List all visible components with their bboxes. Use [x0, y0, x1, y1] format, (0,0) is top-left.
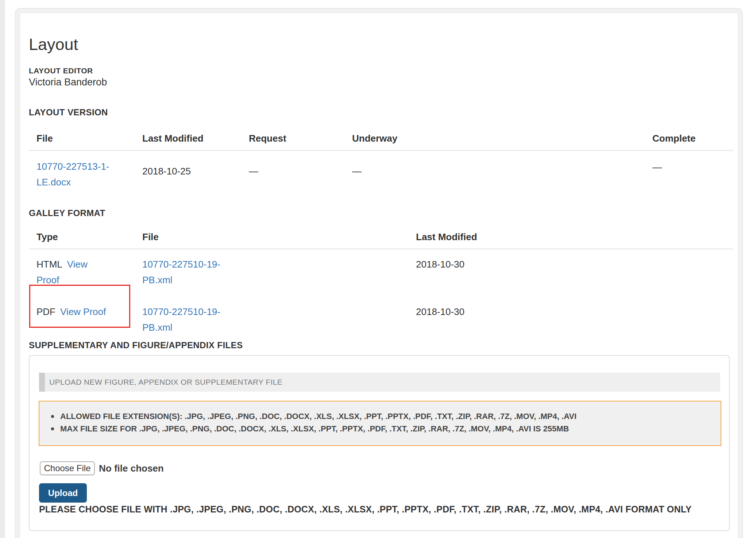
col-header-last-modified: Last Modified: [135, 128, 241, 150]
supplementary-heading: SUPPLEMENTARY AND FIGURE/APPENDIX FILES: [29, 340, 243, 350]
upload-button[interactable]: Upload: [39, 483, 87, 503]
col-header-file: File: [29, 128, 135, 150]
view-proof-link-pdf[interactable]: View Proof: [60, 306, 106, 317]
layout-version-heading: LAYOUT VERSION: [29, 107, 108, 118]
choose-file-button[interactable]: Choose File: [40, 461, 95, 475]
layout-editor-name: Victoria Banderob: [29, 77, 107, 88]
layout-request-value: —: [241, 150, 344, 197]
col-header-request: Request: [241, 128, 344, 150]
galley-file-link-html[interactable]: 10770-227510-19-PB.xml: [142, 257, 242, 288]
galley-row-pdf: PDFView Proof 10770-227510-19-PB.xml 201…: [29, 295, 733, 341]
upload-bar-accent: [39, 373, 45, 392]
format-only-note: PLEASE CHOOSE FILE WITH .JPG, .JPEG, .PN…: [39, 504, 692, 515]
col-header-underway: Underway: [344, 128, 645, 150]
allowed-extensions-note: ALLOWED FILE EXTENSION(S): .JPG, .JPEG, …: [50, 410, 721, 423]
layout-version-row: 10770-227513-1-LE.docx 2018-10-25 — — —: [29, 150, 733, 197]
file-requirements-notice: ALLOWED FILE EXTENSION(S): .JPG, .JPEG, …: [39, 401, 721, 446]
max-file-size-note: MAX FILE SIZE FOR .JPG, .JPEG, .PNG, .DO…: [50, 423, 721, 435]
layout-last-modified: 2018-10-25: [135, 150, 241, 197]
galley-format-heading: GALLEY FORMAT: [29, 208, 105, 218]
upload-bar-title: UPLOAD NEW FIGURE, APPENDIX OR SUPPLEMEN…: [49, 378, 282, 387]
layout-version-header-row: File Last Modified Request Underway Comp…: [29, 128, 733, 150]
galley-file-link-pdf[interactable]: 10770-227510-19-PB.xml: [142, 304, 242, 335]
galley-type-label: PDF: [36, 306, 55, 317]
galley-last-modified-html: 2018-10-30: [408, 249, 733, 295]
layout-complete-value: —: [645, 150, 733, 197]
layout-version-table: File Last Modified Request Underway Comp…: [29, 128, 733, 197]
galley-header-row: Type File Last Modified: [29, 227, 733, 249]
col-header-complete: Complete: [645, 128, 733, 150]
upload-section-header-bar: UPLOAD NEW FIGURE, APPENDIX OR SUPPLEMEN…: [39, 373, 720, 392]
col-header-file: File: [135, 227, 408, 249]
col-header-type: Type: [29, 227, 135, 249]
galley-type-label: HTML: [36, 259, 62, 270]
col-header-last-modified: Last Modified: [408, 227, 733, 249]
page-title: Layout: [29, 35, 78, 54]
file-chosen-status: No file chosen: [99, 463, 164, 474]
layout-editor-label: LAYOUT EDITOR: [29, 66, 93, 75]
supplementary-upload-panel: UPLOAD NEW FIGURE, APPENDIX OR SUPPLEMEN…: [29, 355, 730, 531]
galley-row-html: HTMLView Proof 10770-227510-19-PB.xml 20…: [29, 249, 733, 295]
layout-underway-value: —: [344, 150, 645, 197]
galley-last-modified-pdf: 2018-10-30: [408, 295, 733, 341]
galley-format-table: Type File Last Modified HTMLView Proof 1…: [29, 227, 733, 341]
layout-file-link[interactable]: 10770-227513-1-LE.docx: [36, 159, 135, 190]
